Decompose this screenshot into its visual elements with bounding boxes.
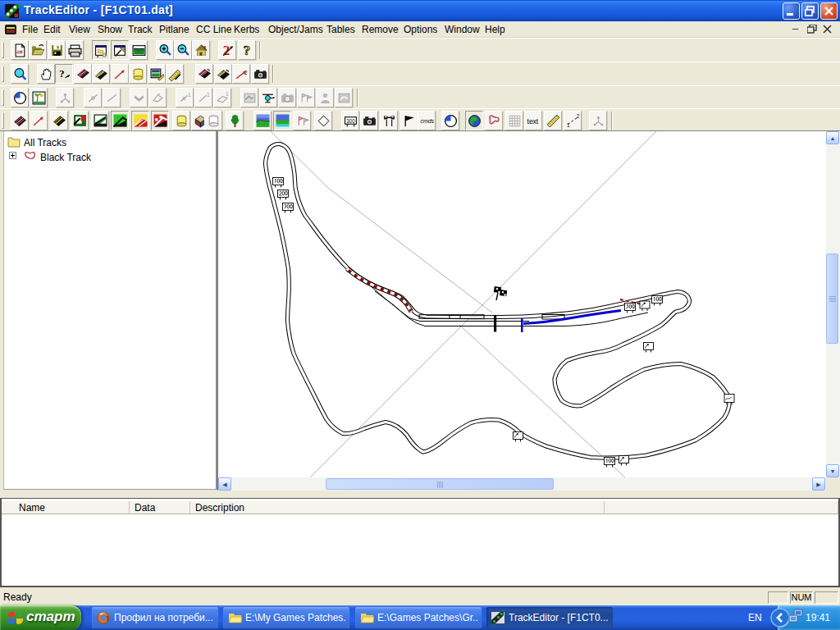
svg-text:2: 2 (577, 114, 580, 119)
svg-text:1: 1 (567, 122, 570, 128)
svg-text:1: 1 (226, 91, 229, 98)
svg-text:?: ? (244, 43, 251, 57)
svg-text:?: ? (59, 68, 64, 80)
svg-text:text: text (527, 117, 539, 126)
svg-text:cmds: cmds (421, 118, 434, 124)
svg-text:300: 300 (346, 118, 355, 124)
svg-text:2: 2 (244, 70, 248, 75)
svg-text:1: 1 (207, 91, 210, 98)
svg-text:1: 1 (188, 91, 191, 98)
